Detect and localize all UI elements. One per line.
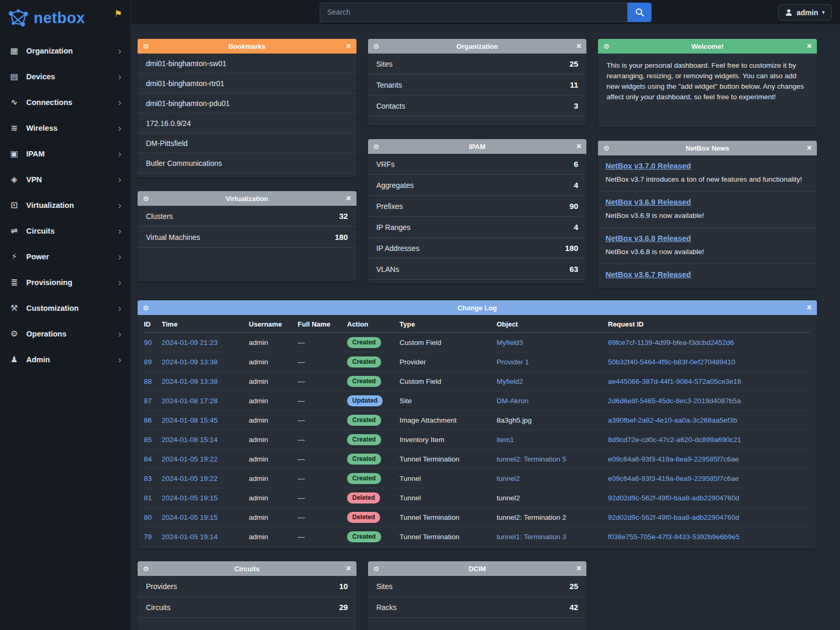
changelog-request-id-link[interactable]: ae445066-387d-44f1-9084-572a05ce3e16 (608, 377, 811, 385)
changelog-object-link[interactable]: tunnel2: Termination 5 (497, 455, 608, 463)
changelog-id-link[interactable]: 79 (144, 533, 162, 541)
search-button[interactable] (627, 3, 652, 22)
widget-close-icon[interactable]: × (342, 42, 351, 50)
changelog-request-id-link[interactable]: 92d02d9c-562f-49f0-baa8-adb22904760d (608, 513, 811, 521)
stat-row[interactable]: Circuits 29 (138, 597, 356, 618)
stat-row[interactable]: Clusters 32 (138, 206, 356, 227)
changelog-request-id-link[interactable]: 92d02d9c-562f-49f0-baa8-adb22904760d (608, 494, 811, 502)
changelog-object-link[interactable]: tunnel2 (497, 494, 608, 502)
stat-row[interactable]: Aggregates 4 (368, 175, 587, 196)
widget-close-icon[interactable]: × (342, 194, 351, 203)
news-title-link[interactable]: NetBox v3.6.9 Released (605, 198, 691, 206)
changelog-time-link[interactable]: 2024-01-05 19:22 (162, 455, 249, 463)
changelog-id-link[interactable]: 85 (144, 436, 162, 444)
sidebar-item[interactable]: ▦ Organization › (0, 38, 131, 64)
changelog-object-link[interactable]: tunnel2: Termination 2 (497, 513, 608, 521)
changelog-id-link[interactable]: 90 (144, 339, 162, 346)
stat-row[interactable]: Providers 10 (138, 576, 356, 597)
changelog-id-link[interactable]: 81 (144, 494, 162, 502)
bookmark-item[interactable]: 172.16.0.9/24 (138, 113, 356, 133)
changelog-object-link[interactable]: DM-Akron (497, 397, 608, 405)
changelog-id-link[interactable]: 84 (144, 455, 162, 463)
bookmark-item[interactable]: dmi01-binghamton-rtr01 (138, 74, 356, 93)
changelog-id-link[interactable]: 89 (144, 358, 162, 366)
changelog-object-link[interactable]: item1 (497, 436, 608, 444)
stat-row[interactable]: Prefixes 90 (368, 196, 587, 217)
changelog-object-link[interactable]: Myfield3 (497, 339, 608, 346)
widget-close-icon[interactable]: × (802, 42, 812, 50)
changelog-time-link[interactable]: 2024-01-09 21:23 (162, 339, 249, 346)
changelog-object-link[interactable]: 8a3gh5.jpg (497, 416, 608, 424)
stat-row[interactable]: VLANs 63 (368, 259, 587, 280)
sidebar-item[interactable]: ⚒ Customization › (0, 295, 131, 321)
bookmark-item[interactable]: DM-Pittsfield (138, 133, 356, 153)
changelog-object-link[interactable]: Provider 1 (497, 358, 608, 366)
sidebar-item[interactable]: ▤ Devices › (0, 64, 131, 89)
sidebar-item[interactable]: ⚙ Operations › (0, 321, 131, 346)
search-input[interactable] (320, 3, 627, 22)
stat-row[interactable]: Tenants 11 (368, 75, 587, 96)
stat-row[interactable]: Sites 25 (368, 576, 587, 597)
news-title-link[interactable]: NetBox v3.6.7 Released (605, 270, 691, 279)
stat-row[interactable]: IP Ranges 4 (368, 217, 587, 238)
stat-row[interactable]: Sites 25 (368, 54, 587, 75)
logo[interactable]: netbox ⚑ (0, 0, 131, 35)
changelog-request-id-link[interactable]: 50b32f40-5464-4f9c-b83f-0ef270489410 (608, 358, 811, 366)
changelog-time-link[interactable]: 2024-01-08 15:14 (162, 436, 249, 444)
sidebar-item[interactable]: ⚡ Power › (0, 244, 131, 269)
changelog-id-link[interactable]: 88 (144, 377, 162, 385)
changelog-object-link[interactable]: tunnel1: Termination 3 (497, 533, 608, 541)
widget-gear-icon[interactable]: ⚙ (143, 43, 152, 50)
changelog-time-link[interactable]: 2024-01-05 19:14 (162, 533, 249, 541)
news-title-link[interactable]: NetBox v3.6.8 Released (605, 234, 691, 243)
changelog-request-id-link[interactable]: e09c64a6-93f3-419a-8ea9-229585f7c6ae (608, 455, 811, 463)
stat-row[interactable]: IP Addresses 180 (368, 238, 587, 259)
widget-gear-icon[interactable]: ⚙ (373, 43, 383, 50)
bookmark-flag-icon[interactable]: ⚑ (114, 8, 122, 19)
sidebar-item[interactable]: ◈ VPN › (0, 166, 131, 192)
sidebar-item[interactable]: ≣ Provisioning › (0, 269, 131, 295)
stat-row[interactable]: Racks 42 (368, 597, 587, 618)
changelog-time-link[interactable]: 2024-01-09 13:38 (162, 358, 249, 366)
changelog-id-link[interactable]: 83 (144, 475, 162, 482)
bookmark-item[interactable]: Butler Communications (138, 153, 356, 173)
changelog-time-link[interactable]: 2024-01-05 19:15 (162, 494, 249, 502)
stat-row[interactable]: Contacts 3 (368, 96, 587, 117)
user-menu-button[interactable]: admin ▾ (778, 4, 832, 20)
widget-gear-icon[interactable]: ⚙ (603, 144, 613, 152)
changelog-request-id-link[interactable]: 2d6d6e8f-5465-45dc-8ec3-2019d4087b5a (608, 397, 811, 405)
sidebar-item[interactable]: ≋ Wireless › (0, 115, 131, 141)
widget-close-icon[interactable]: × (572, 42, 581, 50)
widget-gear-icon[interactable]: ⚙ (603, 43, 613, 50)
news-title-link[interactable]: NetBox v3.7.0 Released (605, 162, 691, 170)
changelog-request-id-link[interactable]: e09c64a6-93f3-419a-8ea9-229585f7c6ae (608, 475, 811, 482)
changelog-object-link[interactable]: Myfield2 (497, 377, 608, 385)
changelog-request-id-link[interactable]: 69fce7cf-1139-4d99-bfea-f3dcbd2452d6 (608, 339, 811, 346)
changelog-request-id-link[interactable]: 8d9cd72e-cd0c-47c2-a620-dc899a690c21 (608, 436, 811, 444)
changelog-id-link[interactable]: 80 (144, 513, 162, 521)
changelog-request-id-link[interactable]: a390fbef-2a82-4e10-aa0a-3c268aa5ef3b (608, 416, 811, 424)
widget-close-icon[interactable]: × (802, 303, 812, 312)
widget-gear-icon[interactable]: ⚙ (143, 565, 152, 573)
widget-gear-icon[interactable]: ⚙ (143, 304, 152, 312)
widget-gear-icon[interactable]: ⚙ (373, 565, 383, 573)
changelog-request-id-link[interactable]: f038e755-705e-47f3-9433-5392b9e6b9e5 (608, 533, 811, 541)
sidebar-item[interactable]: ∿ Connections › (0, 89, 131, 115)
widget-close-icon[interactable]: × (572, 142, 581, 151)
widget-gear-icon[interactable]: ⚙ (373, 143, 383, 151)
sidebar-item[interactable]: ⊡ Virtualization › (0, 192, 131, 218)
changelog-time-link[interactable]: 2024-01-08 15:45 (162, 416, 249, 424)
bookmark-item[interactable]: dmi01-binghamton-sw01 (138, 54, 356, 74)
changelog-id-link[interactable]: 86 (144, 416, 162, 424)
stat-row[interactable]: VRFs 6 (368, 154, 587, 175)
stat-row[interactable]: Virtual Machines 180 (138, 227, 356, 248)
sidebar-item[interactable]: ⇌ Circuits › (0, 218, 131, 244)
changelog-time-link[interactable]: 2024-01-08 17:28 (162, 397, 249, 405)
changelog-time-link[interactable]: 2024-01-05 19:15 (162, 513, 249, 521)
changelog-time-link[interactable]: 2024-01-09 13:38 (162, 377, 249, 385)
bookmark-item[interactable]: dmi01-binghamton-pdu01 (138, 93, 356, 113)
widget-close-icon[interactable]: × (802, 144, 812, 152)
widget-gear-icon[interactable]: ⚙ (143, 195, 152, 203)
changelog-time-link[interactable]: 2024-01-05 19:22 (162, 475, 249, 482)
widget-close-icon[interactable]: × (572, 564, 581, 573)
